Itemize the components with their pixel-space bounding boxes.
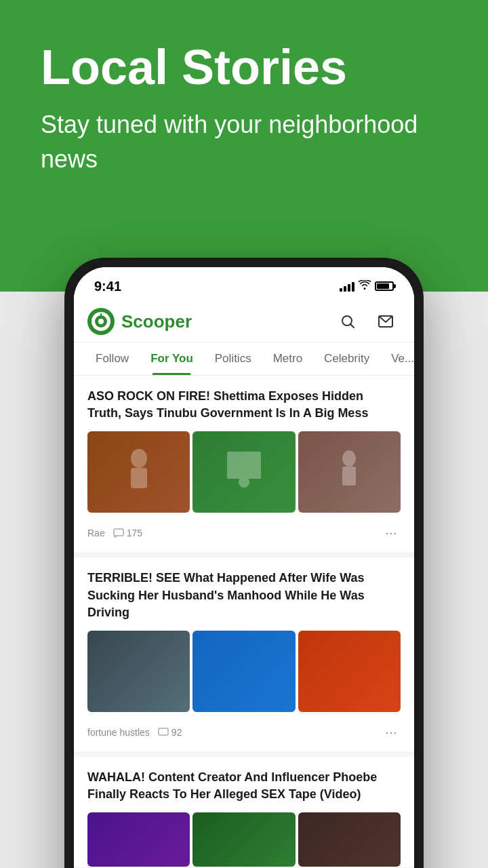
article-2-meta-left: fortune hustles 92 xyxy=(87,727,182,738)
hero-title: Local Stories xyxy=(41,41,447,94)
article-3-images xyxy=(87,812,401,867)
header-icons xyxy=(336,309,398,334)
article-1-more[interactable]: ⋯ xyxy=(382,524,401,542)
comment-icon-2 xyxy=(158,728,169,737)
article-1-image-1 xyxy=(87,431,190,513)
svg-point-10 xyxy=(239,477,249,488)
article-3-image-1 xyxy=(87,812,190,867)
article-1-meta-left: Rae 175 xyxy=(87,528,142,538)
phone-mockup: 9:41 xyxy=(64,258,424,868)
article-2[interactable]: TERRIBLE! SEE What Happened After Wife W… xyxy=(74,557,414,751)
article-3[interactable]: WAHALA! Content Creator And Influencer P… xyxy=(74,757,414,867)
article-3-image-2 xyxy=(192,812,295,867)
tab-more[interactable]: Ve... xyxy=(380,342,414,375)
status-bar: 9:41 xyxy=(74,267,414,301)
article-1-image-3 xyxy=(298,431,401,513)
article-2-more[interactable]: ⋯ xyxy=(382,723,401,742)
tab-politics[interactable]: Politics xyxy=(204,342,262,375)
article-2-image-1 xyxy=(87,631,190,712)
article-1-image-2 xyxy=(192,431,295,513)
svg-line-5 xyxy=(351,325,354,328)
hero-subtitle: Stay tuned with your neighborhood news xyxy=(41,108,447,176)
signal-icon xyxy=(340,281,354,292)
logo: Scooper xyxy=(87,308,192,335)
news-feed: ASO ROCK ON FIRE! Shettima Exposes Hidde… xyxy=(74,376,414,868)
search-button[interactable] xyxy=(336,309,360,334)
article-2-image-3 xyxy=(298,631,401,712)
tab-celebrity[interactable]: Celebrity xyxy=(313,342,380,375)
search-icon xyxy=(340,313,356,330)
article-2-comment-count: 92 xyxy=(171,727,182,738)
svg-rect-13 xyxy=(114,529,123,536)
article-2-title: TERRIBLE! SEE What Happened After Wife W… xyxy=(87,570,401,621)
logo-text: Scooper xyxy=(121,311,192,332)
article-1-images xyxy=(87,431,401,513)
article-2-image-2 xyxy=(192,631,295,712)
status-time: 9:41 xyxy=(94,279,121,294)
nav-tabs: Follow For You Politics Metro Celebrity xyxy=(74,342,414,376)
mail-icon xyxy=(378,313,394,330)
svg-rect-16 xyxy=(159,728,168,735)
battery-icon xyxy=(375,281,394,291)
logo-icon xyxy=(87,308,115,335)
comment-icon xyxy=(113,528,124,538)
wifi-icon xyxy=(359,280,371,292)
svg-point-7 xyxy=(131,449,147,468)
article-1-meta: Rae 175 ⋯ xyxy=(87,521,401,542)
status-icons xyxy=(340,280,394,292)
svg-point-11 xyxy=(342,450,356,467)
article-1-author: Rae xyxy=(87,528,105,538)
article-1[interactable]: ASO ROCK ON FIRE! Shettima Exposes Hidde… xyxy=(74,376,414,552)
tab-for-you[interactable]: For You xyxy=(140,342,204,375)
article-3-image-3 xyxy=(298,812,401,867)
svg-rect-8 xyxy=(131,468,147,488)
article-2-author: fortune hustles xyxy=(87,727,150,738)
svg-rect-9 xyxy=(227,452,261,479)
article-1-title: ASO ROCK ON FIRE! Shettima Exposes Hidde… xyxy=(87,388,401,422)
article-2-images xyxy=(87,631,401,712)
article-1-comments: 175 xyxy=(113,528,142,538)
tab-metro[interactable]: Metro xyxy=(262,342,313,375)
article-2-comments: 92 xyxy=(158,727,182,738)
svg-point-3 xyxy=(98,319,104,324)
mail-button[interactable] xyxy=(373,309,398,334)
article-1-comment-count: 175 xyxy=(127,528,142,538)
svg-rect-12 xyxy=(342,467,356,486)
app-header: Scooper xyxy=(74,301,414,342)
article-3-title: WAHALA! Content Creator And Influencer P… xyxy=(87,769,401,803)
tab-follow[interactable]: Follow xyxy=(85,342,140,375)
article-2-meta: fortune hustles 92 ⋯ xyxy=(87,720,401,742)
